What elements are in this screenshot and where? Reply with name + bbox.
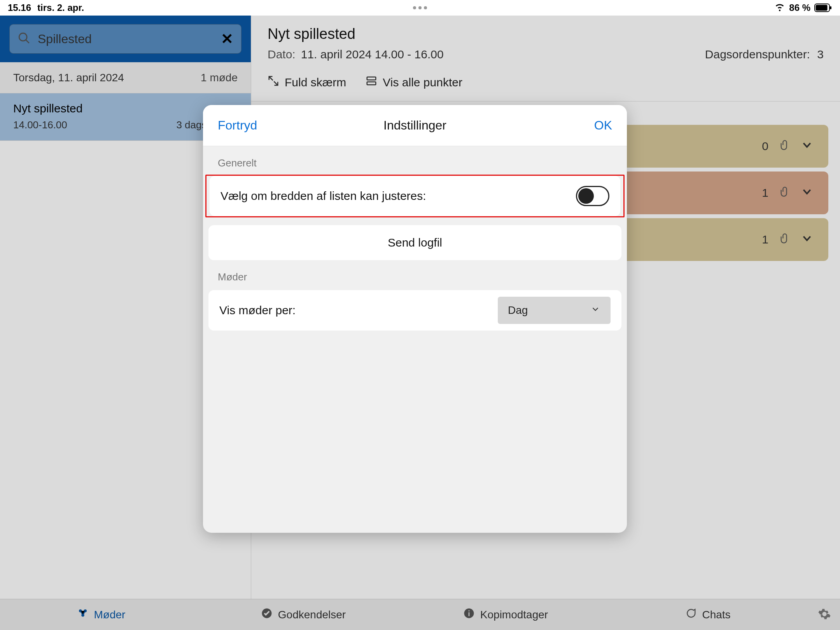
send-logfile-label: Send logfil <box>388 236 442 249</box>
section-meetings-label: Møder <box>203 260 627 289</box>
multitask-dots-icon <box>413 6 427 9</box>
modal-title: Indstillinger <box>383 118 446 133</box>
show-meetings-per-select[interactable]: Dag <box>498 297 611 324</box>
modal-header: Fortryd Indstillinger OK <box>203 105 627 146</box>
battery-percent: 86 % <box>789 2 810 13</box>
chevron-down-icon <box>590 304 600 317</box>
cancel-button[interactable]: Fortryd <box>218 118 257 133</box>
list-width-toggle-row: Vælg om bredden af listen kan justeres: <box>210 176 620 216</box>
show-meetings-per-value: Dag <box>508 304 528 317</box>
svg-rect-1 <box>816 5 828 11</box>
status-bar: 15.16 tirs. 2. apr. 86 % <box>0 0 840 16</box>
svg-rect-2 <box>830 6 831 9</box>
toggle-knob <box>578 188 594 204</box>
wifi-icon <box>774 1 785 14</box>
ok-button[interactable]: OK <box>594 118 612 133</box>
list-width-toggle-label: Vælg om bredden af listen kan justeres: <box>220 189 426 203</box>
show-meetings-per-label: Vis møder per: <box>219 304 296 317</box>
list-width-toggle[interactable] <box>576 186 609 206</box>
show-meetings-per-row: Vis møder per: Dag <box>208 290 621 331</box>
status-date: tirs. 2. apr. <box>37 2 84 13</box>
status-time: 15.16 <box>8 2 31 13</box>
settings-modal: Fortryd Indstillinger OK Generelt Vælg o… <box>203 105 627 533</box>
section-general-label: Generelt <box>203 146 627 175</box>
battery-icon <box>814 4 832 12</box>
highlighted-setting: Vælg om bredden af listen kan justeres: <box>205 175 625 217</box>
send-logfile-button[interactable]: Send logfil <box>208 225 621 260</box>
